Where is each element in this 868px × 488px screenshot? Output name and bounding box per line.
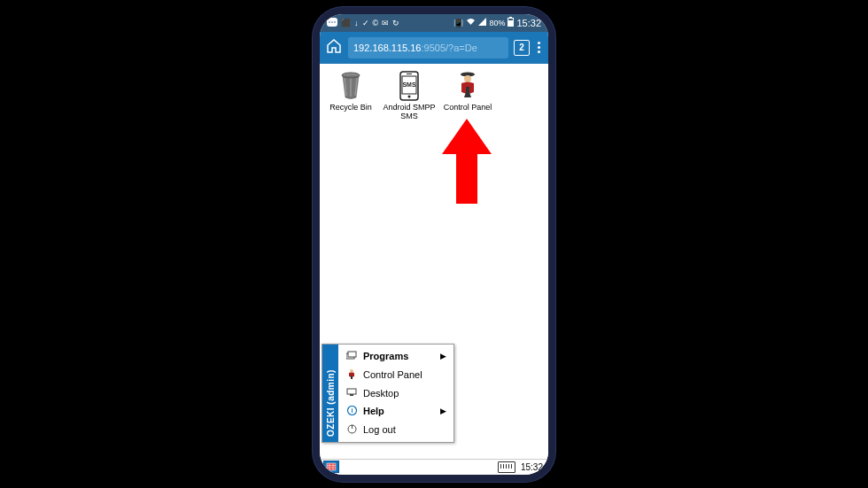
trash-icon — [336, 71, 366, 101]
battery-icon — [508, 17, 514, 28]
tab-count[interactable]: 2 — [514, 40, 530, 56]
svg-point-1 — [329, 21, 330, 23]
svg-text:i: i — [351, 407, 353, 414]
desktop-icon-android-smpp-sms[interactable]: SMS Android SMPP SMS — [382, 71, 437, 120]
start-item-label: Programs — [363, 351, 435, 361]
svg-point-2 — [331, 21, 333, 23]
url-path: :9505/?a=De — [421, 43, 477, 53]
start-item-logout[interactable]: Log out — [338, 421, 453, 439]
desktop-icon — [345, 388, 358, 399]
browser-toolbar: 192.168.115.16:9505/?a=De 2 — [320, 32, 548, 64]
svg-rect-20 — [351, 376, 353, 379]
url-bar[interactable]: 192.168.115.16:9505/?a=De — [348, 37, 508, 58]
taskbar: 15:32 — [320, 459, 548, 475]
annotation-arrow — [442, 119, 492, 207]
submenu-arrow-icon: ▶ — [440, 352, 446, 360]
signal-icon — [478, 18, 486, 27]
start-menu-sidebar: OZEKI (admin) — [322, 345, 338, 442]
browser-menu-icon[interactable] — [535, 42, 543, 53]
desktop-icon-control-panel[interactable]: Control Panel — [440, 71, 495, 120]
start-item-control-panel[interactable]: Control Panel — [338, 365, 453, 384]
programs-icon — [345, 351, 358, 361]
desktop-icon-recycle-bin[interactable]: Recycle Bin — [323, 71, 378, 120]
notification-icon — [327, 18, 337, 28]
svg-rect-21 — [347, 389, 356, 394]
start-item-programs[interactable]: Programs ▶ — [338, 347, 453, 365]
status-icon: ✓ — [362, 19, 369, 27]
svg-rect-27 — [327, 463, 336, 470]
android-status-bar: ⬛ ↓ ✓ © ✉ ↻ 📳 80% 15:32 — [320, 14, 548, 32]
desktop-icon-label: Android SMPP SMS — [382, 103, 437, 120]
phone-screen: ⬛ ↓ ✓ © ✉ ↻ 📳 80% 15:32 — [320, 14, 548, 475]
home-icon[interactable] — [325, 37, 343, 58]
svg-rect-26 — [352, 425, 353, 429]
help-icon: i — [345, 406, 358, 417]
svg-rect-5 — [509, 17, 512, 19]
vibrate-icon: 📳 — [453, 19, 463, 27]
status-icon: © — [373, 19, 379, 27]
start-item-label: Desktop — [363, 388, 446, 399]
url-host: 192.168.115.16 — [353, 43, 421, 53]
svg-rect-13 — [407, 74, 412, 74]
status-icon: ↓ — [354, 19, 359, 27]
keyboard-icon[interactable] — [498, 461, 515, 473]
phone-frame: ⬛ ↓ ✓ © ✉ ↻ 📳 80% 15:32 — [313, 7, 555, 482]
logout-icon — [345, 424, 358, 436]
svg-point-15 — [464, 75, 471, 82]
svg-text:SMS: SMS — [402, 81, 416, 88]
desktop-icon-label: Recycle Bin — [329, 103, 372, 112]
svg-rect-18 — [348, 352, 356, 357]
svg-point-19 — [350, 369, 353, 373]
start-menu-items: Programs ▶ Control Panel Desktop — [338, 345, 453, 442]
svg-rect-22 — [350, 394, 353, 396]
svg-point-3 — [334, 21, 336, 23]
submenu-arrow-icon: ▶ — [440, 407, 446, 415]
svg-rect-6 — [508, 19, 513, 20]
start-item-label: Log out — [363, 424, 446, 435]
status-icon: ⬛ — [341, 19, 351, 27]
start-button[interactable] — [323, 461, 339, 473]
start-item-help[interactable]: i Help ▶ — [338, 402, 453, 421]
status-icon: ✉ — [382, 19, 389, 27]
ozeki-desktop[interactable]: Recycle Bin SMS Android SMPP SMS — [320, 64, 548, 459]
status-icon: ↻ — [392, 19, 399, 27]
admin-icon — [345, 368, 358, 381]
start-item-desktop[interactable]: Desktop — [338, 384, 453, 402]
admin-icon — [453, 71, 483, 101]
taskbar-time: 15:32 — [521, 462, 545, 472]
svg-point-12 — [408, 95, 411, 97]
desktop-icon-label: Control Panel — [444, 103, 492, 112]
start-item-label: Control Panel — [363, 369, 446, 380]
wifi-icon — [466, 18, 476, 27]
sms-icon: SMS — [394, 71, 424, 101]
status-time: 15:32 — [516, 18, 541, 28]
start-item-label: Help — [363, 406, 435, 416]
start-menu: OZEKI (admin) Programs ▶ Control Panel — [322, 344, 454, 443]
battery-percent: 80% — [489, 19, 505, 27]
